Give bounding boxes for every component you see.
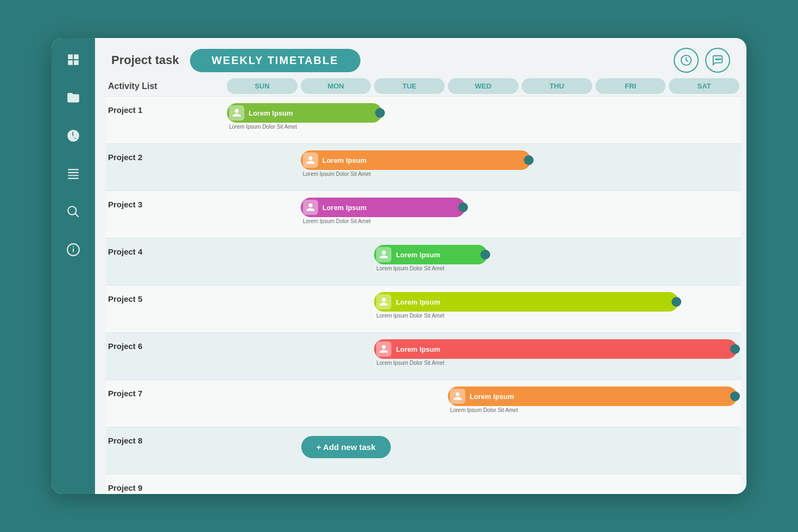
svg-point-0 <box>68 206 76 214</box>
task-subtitle: Lorem Ipsum Dolor Sit Amet <box>374 313 739 319</box>
task-avatar <box>303 200 318 215</box>
day-cell: Lorem Ipsum Lorem Ipsum Dolor Sit Amet <box>299 148 520 186</box>
days-header-row: Activity List SUN MON TUE WED THU FRI SA… <box>106 78 741 94</box>
project-label-4: Project 4 <box>106 243 225 256</box>
outer-container: Project task WEEKLY TIMETABLE <box>0 0 798 532</box>
day-cell <box>225 290 299 328</box>
table-row: Project 9 <box>106 474 741 494</box>
task-title: Lorem Ipsum <box>396 345 440 353</box>
clock-icon-button[interactable] <box>674 48 699 73</box>
table-row: Project 7 Lorem Ipsum <box>106 379 741 427</box>
day-cell: Lorem Ipsum Lorem Ipsum Dolor Sit Amet <box>372 337 741 375</box>
header: Project task WEEKLY TIMETABLE <box>95 38 746 78</box>
page-title: Project task <box>111 53 179 67</box>
day-cell: Lorem Ipsum Lorem Ipsum Dolor Sit Amet <box>372 290 741 328</box>
sidebar-icon-folder[interactable] <box>62 87 84 109</box>
task-bar-project1[interactable]: Lorem Ipsum <box>227 103 382 123</box>
project-label-5: Project 5 <box>106 290 225 303</box>
day-cell <box>446 479 520 494</box>
table-row: Project 1 Lorem Ipsum <box>106 96 741 143</box>
svg-point-7 <box>718 59 719 60</box>
day-cell <box>520 101 594 139</box>
svg-point-4 <box>73 246 74 248</box>
day-header-sat: SAT <box>669 78 739 94</box>
day-cell <box>594 243 668 281</box>
table-row: Project 2 Lorem Ipsum <box>106 143 741 191</box>
task-title: Lorem Ipsum <box>322 204 367 212</box>
day-cell <box>225 148 299 186</box>
task-avatar <box>376 294 391 309</box>
task-subtitle: Lorem Ipsum Dolor Sit Amet <box>448 407 739 413</box>
day-cell <box>299 243 373 281</box>
sidebar-icon-grid[interactable] <box>62 49 84 71</box>
task-bar-project2[interactable]: Lorem Ipsum <box>301 150 531 170</box>
project-label-1: Project 1 <box>106 101 225 115</box>
task-bar-project3[interactable]: Lorem Ipsum <box>301 198 466 217</box>
task-avatar <box>229 105 244 121</box>
task-bar-project6[interactable]: Lorem Ipsum <box>374 339 737 359</box>
day-cell <box>225 337 299 375</box>
day-cell: Lorem Ipsum Lorem Ipsum Dolor Sit Amet <box>446 384 741 422</box>
table-row: Project 5 Lorem Ipsum <box>106 285 741 332</box>
project-label-9: Project 9 <box>106 479 225 492</box>
day-header-mon: MON <box>301 78 371 94</box>
task-title: Lorem Ipsum <box>322 156 367 164</box>
day-cell <box>299 337 373 375</box>
day-cell <box>225 479 299 494</box>
day-cell <box>299 479 373 494</box>
table-row: Project 6 Lorem Ipsum <box>106 332 741 379</box>
day-cell <box>667 479 741 494</box>
project-label-3: Project 3 <box>106 195 225 209</box>
sidebar-icon-chart[interactable] <box>62 125 84 147</box>
task-end-cap <box>730 344 740 354</box>
gantt-grid: Project 1 Lorem Ipsum <box>95 96 746 494</box>
activity-list-header: Activity List <box>106 78 225 94</box>
day-cell <box>667 148 741 186</box>
table-row: Project 3 Lorem Ipsum <box>106 191 741 238</box>
sidebar-icon-search[interactable] <box>62 201 84 223</box>
task-end-cap <box>375 108 385 118</box>
task-end-cap <box>524 155 534 165</box>
svg-point-6 <box>715 59 717 60</box>
day-cell <box>372 479 446 494</box>
day-cell: Lorem Ipsum Lorem Ipsum Dolor Sit Amet <box>299 195 520 233</box>
day-cell <box>299 290 373 328</box>
task-title: Lorem Ipsum <box>249 109 293 117</box>
sidebar <box>52 38 95 494</box>
day-cell <box>667 101 741 139</box>
task-bar-project5[interactable]: Lorem Ipsum <box>374 292 679 312</box>
task-subtitle: Lorem Ipsum Dolor Sit Amet <box>301 218 518 224</box>
day-cell <box>225 384 299 422</box>
task-end-cap <box>730 391 740 401</box>
add-task-button[interactable]: + Add new task <box>301 436 391 458</box>
main-content: Project task WEEKLY TIMETABLE <box>95 38 746 494</box>
project-label-7: Project 7 <box>106 384 225 398</box>
table-row: Project 4 Lorem Ipsum <box>106 238 741 285</box>
day-header-sun: SUN <box>227 78 297 94</box>
project-label-2: Project 2 <box>106 148 225 162</box>
header-icons <box>674 48 730 73</box>
task-avatar <box>303 153 318 168</box>
day-cell <box>225 432 299 470</box>
day-cell <box>520 479 594 494</box>
day-header-fri: FRI <box>596 78 666 94</box>
day-cell <box>667 195 741 233</box>
task-subtitle: Lorem Ipsum Dolor Sit Amet <box>227 124 371 130</box>
day-cell <box>667 432 741 470</box>
day-cell: Lorem Ipsum Lorem Ipsum Dolor Sit Amet <box>225 101 372 139</box>
task-avatar <box>376 247 391 262</box>
task-end-cap <box>672 297 681 307</box>
day-header-wed: WED <box>448 78 518 94</box>
chat-icon-button[interactable] <box>705 48 730 73</box>
day-cell <box>372 384 446 422</box>
day-header-thu: THU <box>522 78 592 94</box>
task-avatar <box>376 341 391 357</box>
task-bar-project7[interactable]: Lorem Ipsum <box>448 387 737 406</box>
project-label-8: Project 8 <box>106 432 225 445</box>
task-bar-project4[interactable]: Lorem Ipsum <box>374 245 487 264</box>
project-label-6: Project 6 <box>106 337 225 351</box>
sidebar-icon-list[interactable] <box>62 163 84 185</box>
task-end-cap <box>458 202 468 212</box>
day-cell <box>446 432 520 470</box>
sidebar-icon-info[interactable] <box>62 239 84 261</box>
